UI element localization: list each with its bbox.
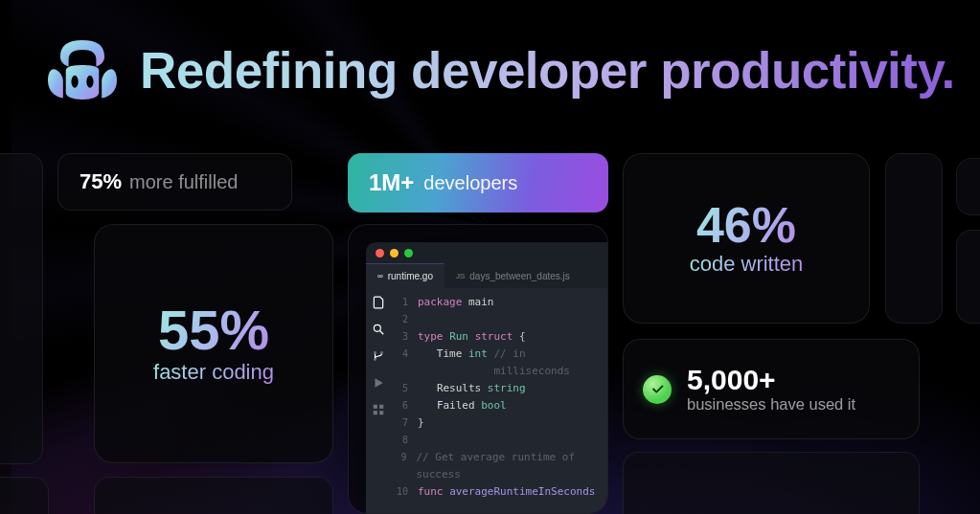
stat-value: 5,000+ [687, 365, 855, 395]
svg-point-1 [86, 76, 93, 88]
stat-developers-card: 1M+ developers [348, 153, 608, 212]
stat-faster-card: 55% faster coding [94, 224, 333, 463]
tab-label: days_between_dates.js [469, 271, 570, 281]
svg-point-4 [374, 351, 376, 354]
svg-point-0 [71, 76, 78, 88]
js-file-icon: JS [456, 272, 465, 280]
svg-line-3 [380, 331, 384, 335]
stat-value: 1M+ [369, 169, 414, 196]
go-file-icon: ∞ [377, 272, 383, 280]
stat-value: 55% [158, 302, 269, 358]
decorative-card [94, 477, 333, 514]
decorative-card [956, 158, 980, 215]
svg-rect-10 [374, 411, 377, 414]
svg-rect-11 [379, 411, 383, 414]
decorative-card [956, 230, 980, 324]
stat-fulfilled-card: 75% more fulfilled [57, 153, 292, 211]
search-icon[interactable] [372, 323, 385, 336]
svg-point-5 [374, 358, 376, 361]
svg-point-6 [380, 351, 383, 354]
window-minimize-icon [390, 249, 399, 257]
editor-tabs: ∞ runtime.go JS days_between_dates.js [366, 263, 607, 288]
stat-label: developers [423, 172, 517, 194]
tab-label: runtime.go [388, 271, 433, 281]
editor-body: 1package main 2 3type Run struct { 4 Tim… [366, 288, 607, 513]
stat-label: code written [690, 252, 804, 277]
check-badge-icon [643, 375, 672, 404]
extensions-icon[interactable] [372, 403, 385, 416]
copilot-logo-icon [48, 40, 117, 100]
editor-window: ∞ runtime.go JS days_between_dates.js 1p… [366, 242, 607, 513]
svg-rect-9 [379, 405, 383, 409]
decorative-card [0, 153, 43, 464]
decorative-card [0, 477, 49, 514]
stat-label: faster coding [153, 360, 274, 385]
code-editor-card: ∞ runtime.go JS days_between_dates.js 1p… [348, 224, 608, 514]
debug-icon[interactable] [372, 376, 385, 390]
hero-header: Redefining developer productivity. [48, 40, 932, 100]
tab-runtime-go[interactable]: ∞ runtime.go [366, 263, 444, 288]
stat-code-written-card: 46% code written [623, 153, 870, 324]
decorative-card [623, 452, 920, 514]
svg-marker-7 [376, 378, 383, 387]
stat-value: 75% [80, 169, 122, 194]
activity-bar [366, 288, 391, 513]
code-area[interactable]: 1package main 2 3type Run struct { 4 Tim… [391, 288, 607, 513]
svg-point-2 [374, 324, 380, 331]
decorative-card [885, 153, 943, 324]
headline: Redefining developer productivity. [140, 41, 955, 100]
stat-label: businesses have used it [687, 395, 855, 413]
svg-rect-8 [374, 405, 377, 409]
stat-value: 46% [696, 200, 796, 250]
stat-businesses-card: 5,000+ businesses have used it [623, 339, 920, 439]
stat-label: more fulfilled [129, 171, 238, 193]
window-controls [366, 242, 607, 263]
window-close-icon [376, 249, 384, 257]
files-icon[interactable] [372, 296, 385, 309]
window-zoom-icon [404, 249, 413, 257]
branch-icon[interactable] [372, 349, 385, 363]
tab-days-js[interactable]: JS days_between_dates.js [444, 263, 581, 288]
